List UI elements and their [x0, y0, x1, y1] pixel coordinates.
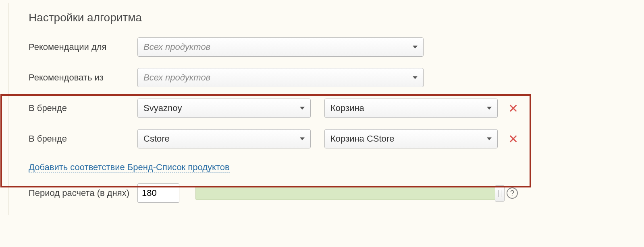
caret-down-icon: [413, 46, 418, 49]
caret-down-icon: [413, 76, 418, 79]
list-select-1-value: Корзина: [330, 103, 364, 113]
period-input[interactable]: [137, 183, 179, 203]
recommendations-for-value: Всех продуктов: [143, 42, 210, 52]
caret-down-icon: [300, 107, 305, 110]
period-slider-handle[interactable]: [495, 185, 505, 202]
period-slider-wrap: ?: [195, 186, 518, 200]
brand-row-1: В бренде Svyaznoy Корзина ✕: [29, 99, 616, 118]
brand-select-1[interactable]: Svyaznoy: [137, 99, 311, 118]
recommend-from-row: Рекомендовать из Всех продуктов: [29, 68, 616, 87]
remove-row-1-button[interactable]: ✕: [508, 101, 518, 115]
list-select-1[interactable]: Корзина: [324, 99, 498, 118]
brand-row-2: В бренде Cstore Корзина CStore ✕: [29, 129, 616, 148]
list-select-2[interactable]: Корзина CStore: [324, 129, 498, 148]
recommend-from-value: Всех продуктов: [143, 72, 210, 83]
period-label: Период расчета (в днях): [29, 187, 137, 199]
recommend-from-select[interactable]: Всех продуктов: [137, 68, 424, 87]
add-brand-mapping-link[interactable]: Добавить соответствие Бренд-Список проду…: [29, 162, 230, 173]
brand-row-2-label: В бренде: [29, 134, 137, 144]
remove-row-2-button[interactable]: ✕: [508, 132, 518, 146]
caret-down-icon: [487, 107, 492, 110]
brand-select-2-value: Cstore: [143, 134, 170, 144]
period-help-icon[interactable]: ?: [507, 187, 518, 199]
caret-down-icon: [487, 138, 492, 140]
brand-row-1-label: В бренде: [29, 103, 137, 113]
period-slider-track[interactable]: [195, 186, 500, 200]
recommendations-for-select[interactable]: Всех продуктов: [137, 37, 424, 57]
recommendations-for-label: Рекомендации для: [29, 42, 137, 52]
caret-down-icon: [300, 138, 305, 140]
recommend-from-label: Рекомендовать из: [29, 72, 137, 83]
brand-select-1-value: Svyaznoy: [143, 103, 182, 113]
algorithm-settings-panel: Настройки алгоритма Рекомендации для Все…: [8, 3, 636, 215]
list-select-2-value: Корзина CStore: [330, 134, 394, 144]
section-title: Настройки алгоритма: [29, 11, 142, 26]
recommendations-for-row: Рекомендации для Всех продуктов: [29, 37, 616, 57]
brand-select-2[interactable]: Cstore: [137, 129, 311, 148]
period-row: Период расчета (в днях) ?: [29, 183, 616, 203]
